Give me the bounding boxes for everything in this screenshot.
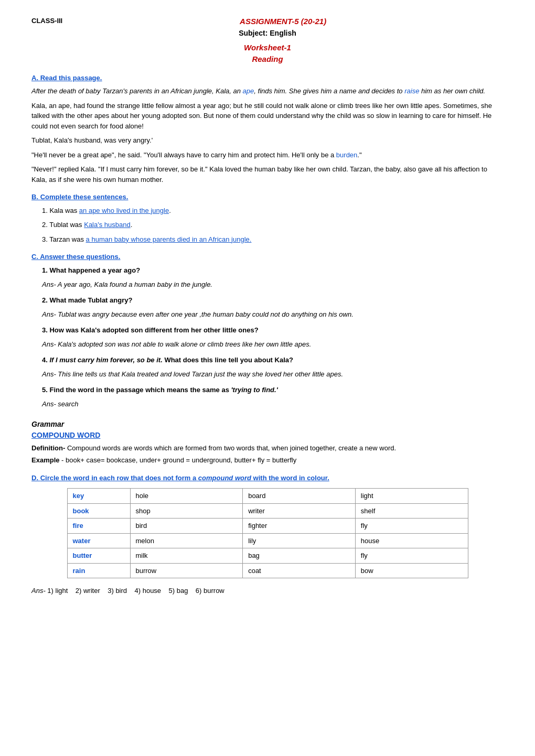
question-3: 3. How was Kala's adopted son different … bbox=[42, 325, 504, 350]
passage-para3: "Never!" replied Kala. "If I must carry … bbox=[31, 164, 504, 185]
table-row: key hole board light bbox=[67, 489, 468, 504]
sentence-2: 2. Tublat was Kala's husband. bbox=[42, 220, 504, 230]
sentence-1: 1. Kala was an ape who lived in the jung… bbox=[42, 206, 504, 216]
question-1: 1. What happened a year ago? Ans- A year… bbox=[42, 265, 504, 290]
passage-intro: After the death of baby Tarzan's parents… bbox=[31, 86, 504, 96]
table-cell: melon bbox=[130, 533, 243, 548]
section-d: D. Circle the word in each row that does… bbox=[31, 473, 504, 596]
question-4: 4. If I must carry him forever, so be it… bbox=[42, 355, 504, 380]
table-cell: coat bbox=[243, 563, 356, 578]
question-2: 2. What made Tublat angry? Ans- Tublat w… bbox=[42, 295, 504, 320]
section-a: A. Read this passage. After the death of… bbox=[31, 73, 504, 185]
example-line: Example - book+ case= bookcase, under+ g… bbox=[31, 455, 504, 466]
sentence-3: 3. Tarzan was a human baby whose parents… bbox=[42, 234, 504, 245]
class-label: CLASS-III bbox=[31, 16, 62, 26]
table-cell: burrow bbox=[130, 563, 243, 578]
compound-word-table: key hole board light book shop writer sh… bbox=[67, 488, 468, 578]
table-cell: light bbox=[355, 489, 468, 504]
table-cell: board bbox=[243, 489, 356, 504]
table-row: butter milk bag fly bbox=[67, 548, 468, 564]
table-cell: writer bbox=[243, 503, 356, 519]
answers-row: Ans- 1) light 2) writer 3) bird 4) house… bbox=[31, 586, 504, 596]
table-row: book shop writer shelf bbox=[67, 503, 468, 519]
passage-para2b: "He'll never be a great ape", he said. "… bbox=[31, 150, 504, 160]
table-cell: hole bbox=[130, 489, 243, 504]
table-key: butter bbox=[67, 548, 130, 564]
table-cell: bag bbox=[243, 548, 356, 564]
table-key: book bbox=[67, 503, 130, 519]
section-b-label: B. Complete these sentences. bbox=[31, 192, 504, 202]
table-cell: shop bbox=[130, 503, 243, 519]
assignment-title: ASSIGNMENT-5 (20-21) bbox=[31, 16, 504, 28]
passage-para2: Tublat, Kala's husband, was very angry.' bbox=[31, 135, 504, 146]
table-cell: bird bbox=[130, 519, 243, 534]
table-cell: house bbox=[355, 533, 468, 548]
section-b: B. Complete these sentences. 1. Kala was… bbox=[31, 192, 504, 244]
section-c: C. Answer these questions. 1. What happe… bbox=[31, 252, 504, 409]
table-cell: bow bbox=[355, 563, 468, 578]
table-row: fire bird fighter fly bbox=[67, 519, 468, 534]
table-cell: lily bbox=[243, 533, 356, 548]
grammar-section: Grammar COMPOUND WORD Definition- Compou… bbox=[31, 419, 504, 466]
table-key: rain bbox=[67, 563, 130, 578]
subject-line: Subject: English bbox=[31, 28, 504, 39]
table-cell: fly bbox=[355, 519, 468, 534]
table-key: fire bbox=[67, 519, 130, 534]
grammar-title: Grammar bbox=[31, 419, 504, 430]
section-d-label: D. Circle the word in each row that does… bbox=[31, 473, 504, 483]
worksheet-title: Worksheet-1 bbox=[31, 42, 504, 54]
table-key: key bbox=[67, 489, 130, 504]
definition-line: Definition- Compound words are words whi… bbox=[31, 443, 504, 453]
compound-heading: COMPOUND WORD bbox=[31, 430, 504, 441]
table-cell: fly bbox=[355, 548, 468, 564]
section-c-label: C. Answer these questions. bbox=[31, 252, 504, 262]
reading-title: Reading bbox=[31, 53, 504, 66]
table-row: rain burrow coat bow bbox=[67, 563, 468, 578]
section-a-label: A. Read this passage. bbox=[31, 73, 504, 83]
question-5: 5. Find the word in the passage which me… bbox=[42, 385, 504, 409]
table-cell: shelf bbox=[355, 503, 468, 519]
table-cell: fighter bbox=[243, 519, 356, 534]
section-b-questions: 1. Kala was an ape who lived in the jung… bbox=[42, 206, 504, 245]
table-row: water melon lily house bbox=[67, 533, 468, 548]
table-cell: milk bbox=[130, 548, 243, 564]
passage-para1: Kala, an ape, had found the strange litt… bbox=[31, 101, 504, 132]
table-key: water bbox=[67, 533, 130, 548]
